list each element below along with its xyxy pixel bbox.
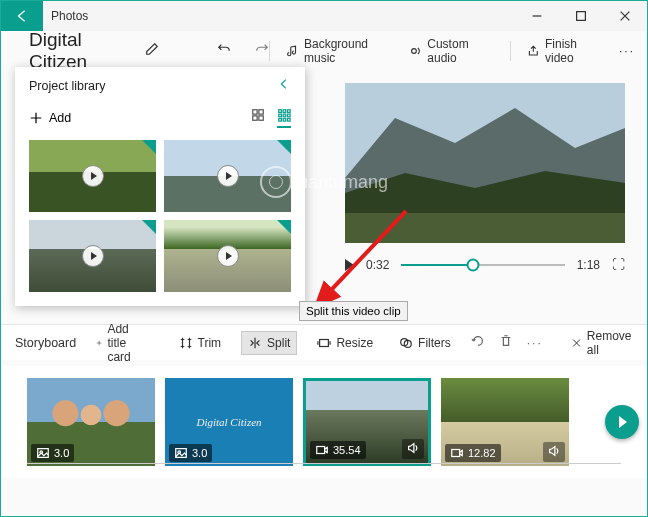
clip-more-button[interactable]: ··· bbox=[527, 336, 543, 350]
split-icon bbox=[248, 336, 262, 350]
custom-audio-button[interactable]: Custom audio bbox=[410, 37, 495, 65]
finish-video-button[interactable]: Finish video bbox=[527, 37, 603, 65]
image-icon bbox=[174, 446, 188, 460]
export-icon bbox=[527, 44, 540, 58]
trim-icon bbox=[179, 336, 193, 350]
app-title: Photos bbox=[43, 9, 88, 23]
preview-scene bbox=[345, 83, 625, 243]
arrow-left-icon bbox=[15, 9, 29, 23]
video-icon bbox=[315, 443, 329, 457]
plus-icon bbox=[29, 111, 43, 125]
resize-icon bbox=[317, 336, 331, 350]
svg-rect-11 bbox=[288, 114, 291, 117]
storyboard-clip-3[interactable]: 35.54 bbox=[303, 378, 431, 466]
svg-rect-0 bbox=[577, 12, 586, 21]
undo-button[interactable] bbox=[217, 42, 231, 60]
split-tooltip: Split this video clip bbox=[299, 301, 408, 321]
project-library-panel: Project library Add bbox=[15, 67, 305, 306]
svg-rect-18 bbox=[345, 213, 625, 243]
title-bar: Photos bbox=[1, 1, 647, 31]
library-title: Project library bbox=[29, 79, 105, 93]
library-clip-3[interactable] bbox=[29, 220, 156, 292]
more-button[interactable]: ··· bbox=[619, 44, 635, 58]
svg-rect-9 bbox=[279, 114, 282, 117]
video-icon bbox=[450, 446, 464, 460]
window-controls bbox=[515, 1, 647, 31]
remove-all-button[interactable]: Remove all bbox=[571, 329, 635, 357]
svg-rect-14 bbox=[288, 119, 291, 122]
library-clip-1[interactable] bbox=[29, 140, 156, 212]
svg-rect-21 bbox=[320, 339, 329, 346]
volume-icon[interactable] bbox=[543, 442, 565, 462]
redo-button[interactable] bbox=[255, 42, 269, 60]
total-time: 1:18 bbox=[577, 258, 600, 272]
plus-icon bbox=[96, 336, 102, 350]
fullscreen-button[interactable]: ⛶ bbox=[612, 257, 625, 272]
svg-rect-5 bbox=[259, 116, 263, 120]
filters-button[interactable]: Filters bbox=[393, 332, 457, 354]
view-large-button[interactable] bbox=[251, 108, 265, 128]
add-title-card-button[interactable]: Add title card bbox=[90, 318, 144, 368]
volume-icon[interactable] bbox=[402, 439, 424, 459]
svg-rect-7 bbox=[283, 110, 286, 113]
library-clip-2[interactable] bbox=[164, 140, 291, 212]
preview-area: 0:32 1:18 ⛶ bbox=[345, 83, 625, 272]
svg-rect-28 bbox=[317, 447, 325, 454]
undo-redo-group bbox=[217, 42, 269, 60]
storyboard-clip-2[interactable]: Digital Citizen 3.0 bbox=[165, 378, 293, 466]
svg-rect-3 bbox=[259, 110, 263, 114]
next-clip-button[interactable] bbox=[605, 405, 639, 439]
back-button[interactable] bbox=[1, 1, 43, 31]
svg-rect-2 bbox=[253, 110, 257, 114]
main-toolbar: Digital Citizen Background music Custom … bbox=[1, 31, 647, 71]
preview-player[interactable] bbox=[345, 83, 625, 243]
svg-rect-4 bbox=[253, 116, 257, 120]
view-small-button[interactable] bbox=[277, 108, 291, 128]
filters-icon bbox=[399, 336, 413, 350]
edit-title-icon[interactable] bbox=[145, 42, 159, 60]
split-button[interactable]: Split bbox=[241, 331, 297, 355]
music-icon bbox=[286, 44, 299, 58]
storyboard-title: Storyboard bbox=[15, 336, 76, 350]
minimize-button[interactable] bbox=[515, 1, 559, 31]
library-clip-4[interactable] bbox=[164, 220, 291, 292]
current-time: 0:32 bbox=[366, 258, 389, 272]
image-icon bbox=[36, 446, 50, 460]
seek-slider[interactable] bbox=[401, 264, 564, 266]
svg-rect-8 bbox=[288, 110, 291, 113]
resize-button[interactable]: Resize bbox=[311, 332, 379, 354]
storyboard-toolbar: Storyboard Add title card Trim Split Res… bbox=[1, 324, 647, 360]
storyboard-clip-4[interactable]: 12.82 bbox=[441, 378, 569, 466]
svg-point-1 bbox=[411, 49, 416, 54]
play-button[interactable] bbox=[345, 259, 354, 271]
x-icon bbox=[571, 336, 582, 350]
storyboard-clips: 3.0 Digital Citizen 3.0 35.54 12.82 bbox=[1, 366, 647, 478]
playback-controls: 0:32 1:18 ⛶ bbox=[345, 257, 625, 272]
trim-button[interactable]: Trim bbox=[173, 332, 228, 354]
maximize-button[interactable] bbox=[559, 1, 603, 31]
audio-icon bbox=[410, 44, 423, 58]
add-media-button[interactable]: Add bbox=[29, 111, 71, 125]
storyboard-clip-1[interactable]: 3.0 bbox=[27, 378, 155, 466]
delete-button[interactable] bbox=[499, 334, 513, 351]
close-button[interactable] bbox=[603, 1, 647, 31]
background-music-button[interactable]: Background music bbox=[286, 37, 393, 65]
rotate-button[interactable] bbox=[471, 334, 485, 351]
svg-rect-12 bbox=[279, 119, 282, 122]
svg-rect-6 bbox=[279, 110, 282, 113]
svg-rect-10 bbox=[283, 114, 286, 117]
collapse-library-button[interactable] bbox=[277, 77, 291, 94]
svg-rect-13 bbox=[283, 119, 286, 122]
svg-rect-29 bbox=[452, 450, 460, 457]
